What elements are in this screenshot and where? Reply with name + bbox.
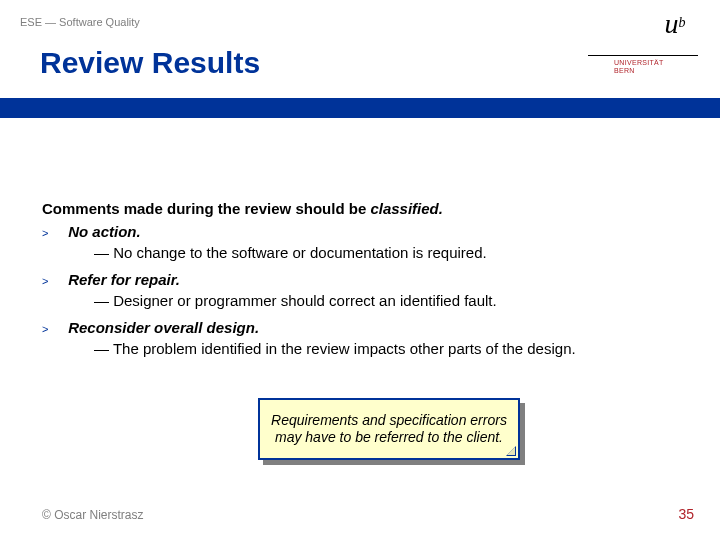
lead-sentence: Comments made during the review should b… (42, 200, 678, 217)
lead-prefix: Comments made during the review should b… (42, 200, 370, 217)
logo-text: UNIVERSITÄT BERN (588, 59, 698, 76)
callout-box: Requirements and specification errors ma… (258, 398, 520, 460)
item-sub: — Designer or programmer should correct … (94, 292, 678, 309)
logo-line2: BERN (614, 67, 635, 74)
item-sub: — The problem identified in the review i… (94, 340, 678, 357)
callout-text: Requirements and specification errors ma… (268, 412, 510, 447)
chevron-icon: > (42, 323, 64, 335)
callout: Requirements and specification errors ma… (258, 398, 528, 464)
university-logo: ub UNIVERSITÄT BERN (588, 8, 698, 93)
slide-body: Comments made during the review should b… (42, 200, 678, 367)
list-item: > Refer for repair. (42, 271, 678, 288)
page-fold-inner (507, 447, 515, 455)
slide: ESE — Software Quality ub UNIVERSITÄT BE… (0, 0, 720, 540)
footer-page-number: 35 (678, 506, 694, 522)
logo-letter-u: u (665, 8, 679, 40)
item-label: Refer for repair. (68, 271, 180, 288)
logo-corner: ub (652, 8, 698, 54)
header-course: ESE — Software Quality (20, 16, 140, 28)
slide-title: Review Results (40, 46, 260, 80)
list-item: > No action. (42, 223, 678, 240)
item-label: Reconsider overall design. (68, 319, 259, 336)
list-item: > Reconsider overall design. (42, 319, 678, 336)
title-underline-bar (0, 98, 720, 118)
logo-letter-b: b (679, 15, 686, 30)
chevron-icon: > (42, 275, 64, 287)
item-sub: — No change to the software or documenta… (94, 244, 678, 261)
lead-em: classified. (370, 200, 443, 217)
chevron-icon: > (42, 227, 64, 239)
logo-line1: UNIVERSITÄT (614, 59, 664, 66)
footer-copyright: © Oscar Nierstrasz (42, 508, 144, 522)
logo-divider (588, 55, 698, 56)
item-label: No action. (68, 223, 141, 240)
